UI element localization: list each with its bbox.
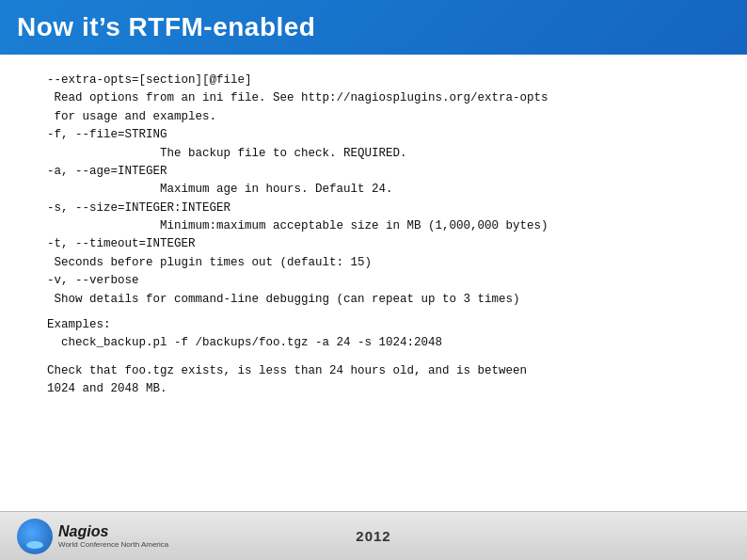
example-command: check_backup.pl -f /backups/foo.tgz -a 2…: [47, 336, 442, 349]
footer: Nagios World Conference North America 20…: [0, 511, 747, 560]
check-description: Check that foo.tgz exists, is less than …: [47, 362, 709, 399]
code-block: --extra-opts=[section][@file] Read optio…: [47, 72, 709, 309]
nagios-brand-text: Nagios: [58, 523, 168, 540]
header-bar: Now it’s RTFM-enabled: [0, 0, 747, 55]
footer-logo: Nagios World Conference North America: [17, 519, 168, 554]
footer-year: 2012: [356, 528, 390, 544]
examples-section: Examples: check_backup.pl -f /backups/fo…: [47, 316, 709, 353]
nagios-logo-icon: [17, 519, 53, 554]
conference-label: World Conference North America: [58, 540, 168, 550]
page-title: Now it’s RTFM-enabled: [17, 12, 315, 42]
examples-label: Examples:: [47, 318, 111, 331]
main-content: --extra-opts=[section][@file] Read optio…: [0, 55, 747, 408]
